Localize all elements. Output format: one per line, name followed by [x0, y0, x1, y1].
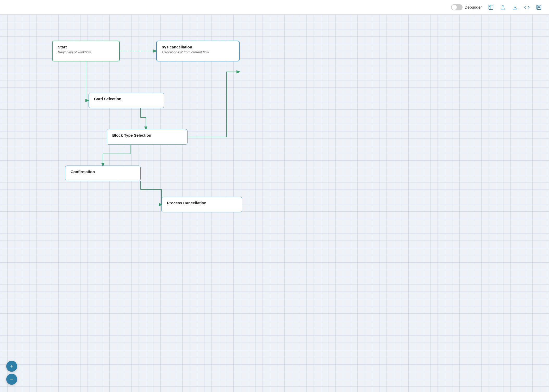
start-node-subtitle: Beginning of workflow [58, 50, 114, 54]
sys-cancellation-node[interactable]: sys.cancellation Cancel or exit from cur… [156, 41, 240, 61]
layout-button[interactable] [488, 4, 494, 10]
start-node-title: Start [58, 45, 114, 49]
block-type-selection-node[interactable]: Block Type Selection [107, 129, 188, 145]
card-selection-node[interactable]: Card Selection [89, 93, 164, 108]
process-cancellation-node[interactable]: Process Cancellation [161, 197, 242, 212]
confirmation-title: Confirmation [71, 169, 135, 174]
sys-cancellation-title: sys.cancellation [162, 45, 234, 49]
zoom-controls: + − [6, 361, 17, 385]
upload-icon [500, 4, 506, 10]
block-type-selection-title: Block Type Selection [112, 133, 182, 137]
save-icon [536, 4, 542, 10]
svg-rect-0 [489, 5, 493, 9]
workflow-canvas[interactable]: Start Beginning of workflow sys.cancella… [0, 15, 549, 392]
debugger-label: Debugger [465, 5, 482, 9]
connections-layer [0, 15, 549, 392]
download-icon [512, 4, 518, 10]
start-node[interactable]: Start Beginning of workflow [52, 41, 120, 61]
debugger-toggle-container[interactable]: Debugger [451, 4, 482, 10]
sys-cancellation-subtitle: Cancel or exit from current flow [162, 50, 234, 54]
toolbar: Debugger [0, 0, 549, 15]
debugger-toggle[interactable] [451, 4, 463, 10]
upload-button[interactable] [500, 4, 506, 10]
code-icon [524, 4, 530, 10]
download-button[interactable] [512, 4, 518, 10]
layout-icon [488, 4, 494, 10]
save-button[interactable] [536, 4, 542, 10]
zoom-in-button[interactable]: + [6, 361, 17, 372]
code-button[interactable] [524, 4, 530, 10]
zoom-out-button[interactable]: − [6, 374, 17, 385]
process-cancellation-title: Process Cancellation [167, 201, 237, 205]
card-selection-title: Card Selection [94, 97, 159, 101]
confirmation-node[interactable]: Confirmation [65, 166, 141, 181]
